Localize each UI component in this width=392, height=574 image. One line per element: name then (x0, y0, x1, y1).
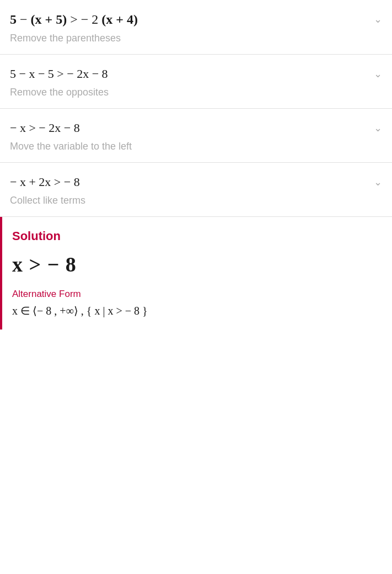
step-1-chevron[interactable]: ⌄ (374, 13, 382, 25)
solution-block: Solution x > − 8 Alternative Form x ∈ ⟨−… (0, 217, 392, 329)
step-2-expression: 5 − x − 5 > − 2x − 8 (10, 67, 382, 81)
step-3-chevron[interactable]: ⌄ (374, 122, 382, 134)
step-2-hint: Remove the opposites (10, 87, 382, 98)
step-1-hint: Remove the parentheses (10, 33, 382, 44)
step-4-chevron[interactable]: ⌄ (374, 176, 382, 188)
solution-main-expression: x > − 8 (12, 252, 382, 277)
step-3-block: − x > − 2x − 8 Move the variable to the … (0, 109, 392, 163)
step-2-block: 5 − x − 5 > − 2x − 8 Remove the opposite… (0, 55, 392, 109)
step-1-expr-part: 5 (10, 12, 17, 26)
solution-title: Solution (12, 229, 382, 243)
step-4-hint: Collect like terms (10, 195, 382, 206)
alt-form-label: Alternative Form (12, 289, 382, 300)
alt-form-expression: x ∈ ⟨− 8 , +∞⟩ , { x | x > − 8 } (12, 304, 382, 317)
step-1-block: 5 − (x + 5) > − 2 (x + 4) Remove the par… (0, 0, 392, 55)
step-1-expression: 5 − (x + 5) > − 2 (x + 4) (10, 12, 382, 27)
step-4-expression: − x + 2x > − 8 (10, 175, 382, 189)
step-2-chevron[interactable]: ⌄ (374, 68, 382, 80)
step-3-hint: Move the variable to the left (10, 141, 382, 152)
step-3-expression: − x > − 2x − 8 (10, 121, 382, 135)
step-4-block: − x + 2x > − 8 Collect like terms ⌄ (0, 163, 392, 217)
